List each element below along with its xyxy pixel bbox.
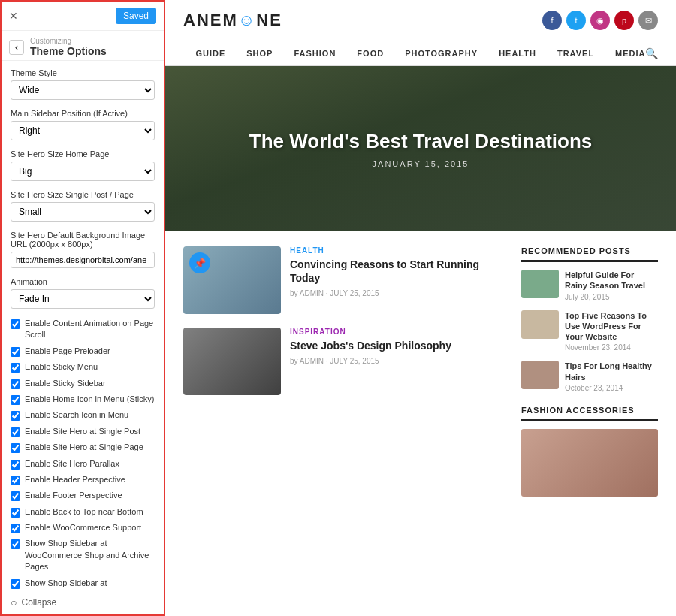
theme-style-label: Theme Style	[11, 68, 155, 77]
saved-button[interactable]: Saved	[116, 8, 156, 24]
checkbox-cb4[interactable]	[11, 379, 20, 389]
checkboxes-container: Enable Content Animation on Page ScrollE…	[11, 318, 155, 590]
rec-image-1	[521, 270, 559, 298]
hero-size-home-select[interactable]: Big	[11, 162, 155, 181]
close-button[interactable]: ✕	[9, 10, 18, 22]
checkbox-label-cb9: Enable Site Hero Parallax	[25, 458, 119, 470]
checkbox-label-cb14: Show Shop Sidebar at WooCommerce Shop an…	[25, 538, 155, 572]
post-category-2: INSPIRATION	[290, 328, 508, 336]
sidebar-position-field: Main Sidebar Position (If Active) Right	[11, 109, 155, 140]
fashion-title: FASHION ACCESSORIES	[521, 406, 658, 421]
checkbox-label-cb7: Enable Site Hero at Single Post	[25, 426, 140, 437]
post-byline-1: by ADMIN · JULY 25, 2015	[290, 289, 508, 297]
nav-item-photography[interactable]: PHOTOGRAPHY	[394, 41, 488, 65]
pinterest-icon[interactable]: p	[614, 11, 634, 30]
rec-item-1: Helpful Guide For Rainy Season Travel Ju…	[521, 270, 658, 301]
checkbox-label-cb8: Enable Site Hero at Single Page	[25, 442, 143, 453]
nav-item-food[interactable]: FOOD	[346, 41, 394, 65]
facebook-icon[interactable]: f	[542, 11, 562, 30]
hero-size-home-field: Site Hero Size Home Page Big	[11, 149, 155, 181]
nav-item-health[interactable]: HEALTH	[488, 41, 547, 65]
rec-date-1: July 20, 2015	[565, 293, 658, 301]
checkbox-item: Show Shop Sidebar at WooCommerce Product…	[11, 578, 155, 590]
checkbox-cb9[interactable]	[11, 460, 20, 470]
checkbox-cb8[interactable]	[11, 443, 20, 453]
checkbox-cb14[interactable]	[11, 539, 20, 549]
theme-style-select[interactable]: Wide	[11, 80, 155, 100]
checkbox-label-cb2: Enable Page Preloader	[25, 346, 110, 357]
checkbox-item: Show Shop Sidebar at WooCommerce Shop an…	[11, 538, 155, 572]
checkbox-item: Enable Sticky Sidebar	[11, 378, 155, 389]
customizer-panel: ✕ Saved ‹ Customizing Theme Options Them…	[0, 0, 165, 616]
panel-topbar: ✕ Saved	[2, 2, 164, 31]
post-byline-2: by ADMIN · JULY 25, 2015	[290, 357, 508, 365]
checkbox-cb2[interactable]	[11, 347, 20, 357]
logo-text-2: NE	[256, 11, 282, 29]
main-area: ANEM☺NE f t ◉ p ✉ GUIDESHOPFASHIONFOODPH…	[165, 0, 676, 616]
site-hero: The World's Best Travel Destinations JAN…	[165, 66, 676, 231]
panel-body: Theme Style Wide Main Sidebar Position (…	[2, 61, 164, 590]
panel-title: Theme Options	[30, 45, 107, 57]
nav-item-fashion[interactable]: FASHION	[283, 41, 346, 65]
checkbox-item: Enable Site Hero at Single Post	[11, 426, 155, 437]
checkbox-label-cb15: Show Shop Sidebar at WooCommerce Product…	[25, 578, 155, 590]
collapse-label: Collapse	[21, 597, 56, 608]
rec-title-2[interactable]: Top Five Reasons To Use WordPress For Yo…	[565, 310, 658, 343]
checkbox-label-cb5: Enable Home Icon in Menu (Sticky)	[25, 394, 154, 405]
hero-date: JANUARY 15, 2015	[249, 159, 593, 168]
rec-image-3	[521, 361, 559, 389]
rec-thumb-2	[521, 310, 559, 339]
checkbox-cb11[interactable]	[11, 491, 20, 501]
theme-style-field: Theme Style Wide	[11, 68, 155, 100]
sidebar-position-select[interactable]: Right	[11, 121, 155, 140]
checkbox-cb5[interactable]	[11, 395, 20, 405]
email-icon[interactable]: ✉	[638, 11, 658, 30]
hero-size-single-field: Site Hero Size Single Post / Page Small	[11, 190, 155, 222]
checkbox-item: Enable Page Preloader	[11, 346, 155, 357]
hero-bg-field: Site Hero Default Background Image URL (…	[11, 231, 155, 268]
post-title-1[interactable]: Convincing Reasons to Start Running Toda…	[290, 258, 508, 285]
hero-size-single-select[interactable]: Small	[11, 202, 155, 222]
sidebar-position-label: Main Sidebar Position (If Active)	[11, 109, 155, 118]
checkbox-item: Enable Footer Perspective	[11, 490, 155, 501]
search-icon[interactable]: 🔍	[645, 47, 658, 59]
pin-icon: 📌	[189, 252, 210, 273]
animation-field: Animation Fade In	[11, 277, 155, 309]
post-thumb-2	[183, 328, 281, 395]
site-nav: GUIDESHOPFASHIONFOODPHOTOGRAPHYHEALTHTRA…	[165, 41, 676, 66]
checkbox-cb1[interactable]	[11, 319, 20, 329]
rec-title-3[interactable]: Tips For Long Healthy Hairs	[565, 361, 658, 382]
checkbox-label-cb13: Enable WooCommerce Support	[25, 522, 141, 533]
twitter-icon[interactable]: t	[566, 11, 586, 30]
checkbox-cb7[interactable]	[11, 427, 20, 437]
post-thumb-1: 📌	[183, 246, 281, 314]
checkbox-cb6[interactable]	[11, 411, 20, 421]
posts-column: 📌 HEALTH Convincing Reasons to Start Run…	[183, 246, 508, 601]
hero-bg-input[interactable]	[11, 252, 155, 268]
checkbox-cb13[interactable]	[11, 524, 20, 533]
checkbox-item: Enable Site Hero Parallax	[11, 458, 155, 470]
rec-title-1[interactable]: Helpful Guide For Rainy Season Travel	[565, 270, 658, 291]
collapse-button[interactable]: ○ Collapse	[11, 596, 56, 608]
checkbox-label-cb10: Enable Header Perspective	[25, 474, 125, 485]
instagram-icon[interactable]: ◉	[590, 11, 610, 30]
checkbox-cb12[interactable]	[11, 508, 20, 518]
social-icons: f t ◉ p ✉	[542, 11, 658, 30]
nav-item-travel[interactable]: TRAVEL	[547, 41, 605, 65]
rec-item-3: Tips For Long Healthy Hairs October 23, …	[521, 361, 658, 392]
animation-select[interactable]: Fade In	[11, 289, 155, 309]
checkbox-cb15[interactable]	[11, 579, 20, 589]
checkbox-label-cb6: Enable Search Icon in Menu	[25, 409, 128, 421]
checkbox-label-cb1: Enable Content Animation on Page Scroll	[25, 318, 155, 341]
hero-title: The World's Best Travel Destinations	[249, 130, 593, 153]
content-area: 📌 HEALTH Convincing Reasons to Start Run…	[165, 231, 676, 616]
nav-items-container: GUIDESHOPFASHIONFOODPHOTOGRAPHYHEALTHTRA…	[185, 41, 656, 65]
nav-item-shop[interactable]: SHOP	[236, 41, 283, 65]
checkbox-cb3[interactable]	[11, 363, 20, 373]
back-button[interactable]: ‹	[9, 40, 24, 55]
post-image-2	[183, 328, 281, 395]
checkbox-cb10[interactable]	[11, 476, 20, 485]
checkbox-label-cb12: Enable Back to Top near Bottom	[25, 506, 143, 518]
nav-item-guide[interactable]: GUIDE	[185, 41, 236, 65]
post-title-2[interactable]: Steve Jobs's Design Philosophy	[290, 339, 508, 352]
